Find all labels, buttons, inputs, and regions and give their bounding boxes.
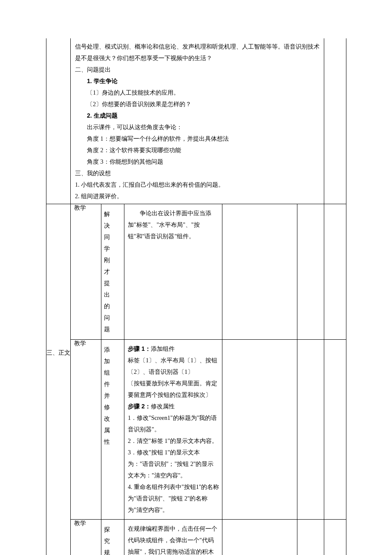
table-row-col6 xyxy=(297,520,324,555)
intro-h2-2-intro: 出示课件，可以从这些角度去争论： xyxy=(75,121,320,133)
intro-heading2: 二、问题提出 xyxy=(75,64,320,75)
intro-rightcol xyxy=(324,38,346,204)
intro-para1: 信号处理、模式识别、概率论和信息论、发声机理和听觉机理、人工智能等等。语音识别技… xyxy=(75,41,320,64)
section-label-upper xyxy=(46,38,71,204)
intro-h2-1: 1. 学生争论 xyxy=(75,75,320,87)
intro-h2-2: 2. 生成问题 xyxy=(75,110,320,121)
intro-h3-2: 2. 组间进展评价。 xyxy=(75,191,320,202)
table-row-col2: 教学 xyxy=(71,340,101,520)
intro-heading3: 三、我的设想 xyxy=(75,168,320,179)
intro-h2-1-item2: 〔2〕你想要的语音识别效果是怎样的？ xyxy=(75,98,320,110)
intro-h2-2-a3: 角度 3：你能想到的其他问题 xyxy=(75,156,320,168)
table-row-col6 xyxy=(297,340,324,520)
intro-content: 信号处理、模式识别、概率论和信息论、发声机理和听觉机理、人工智能等等。语音识别技… xyxy=(71,38,324,204)
table-row-col5 xyxy=(222,204,297,340)
section-label: 三、正文 xyxy=(46,204,71,555)
intro-h2-2-a1: 角度 1：想要编写一个什么样的软件，并提出具体想法 xyxy=(75,133,320,145)
table-row-col4: 步骤 1：添加组件标签〔1〕、水平布局〔1〕、按钮〔2〕、语音识别器〔1〕〔按钮… xyxy=(124,340,222,520)
table-row-col6 xyxy=(297,204,324,340)
table-row-col7 xyxy=(324,204,346,340)
table-row-col7 xyxy=(324,340,346,520)
table-row-col3: 添加组件并修改属性 xyxy=(101,340,124,520)
table-row-col7 xyxy=(324,520,346,555)
table-row-col4: 在规律编程界面中，点击任何一个代码块或组件，会弹出一个"代码抽屉"，我们只需拖动… xyxy=(124,520,222,555)
intro-h2-1-item1: 〔1〕身边的人工技能技术的应用。 xyxy=(75,87,320,98)
intro-h2-2-a2: 角度 2：这个软件将要实现哪些功能 xyxy=(75,145,320,156)
table-row-col3: 解决同学刚才提出的问题 xyxy=(101,204,124,340)
table-row-col2: 教学 xyxy=(71,204,101,340)
table-row-col4: 争论出在设计界面中应当添加"标签"、"水平布局"、"按钮"和"语音识别器"组件。 xyxy=(124,204,222,340)
table-row-col5 xyxy=(222,340,297,520)
table-row-col3: 探究规律编程 xyxy=(101,520,124,555)
table-row-col2: 教学 xyxy=(71,520,101,555)
table-row-col5 xyxy=(222,520,297,555)
intro-h3-1: 1. 小组代表发言，汇报自己小组想出来的有价值的问题。 xyxy=(75,179,320,191)
